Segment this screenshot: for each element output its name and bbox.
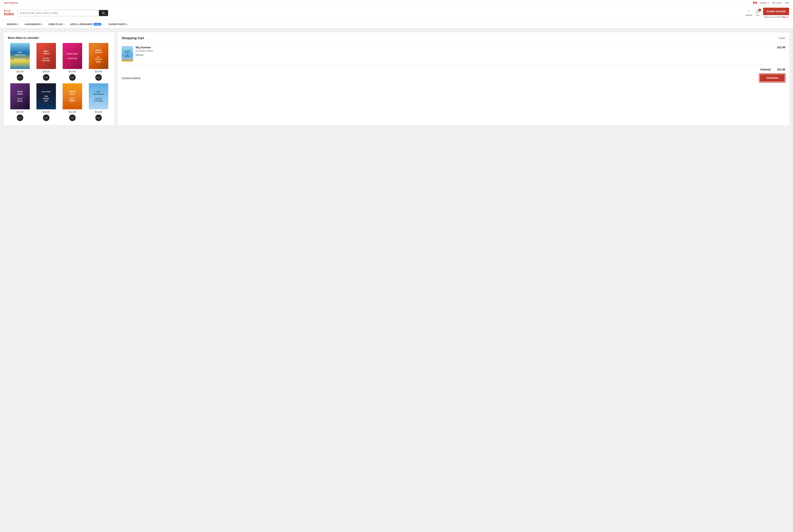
cart-title: Shopping Cart: [122, 36, 144, 40]
book-cover-troubles[interactable]: ElinHilderbrandTroublesin Paradise: [89, 83, 108, 109]
book-price-guestlist: $14.99: [43, 111, 50, 113]
add-to-cart-lies[interactable]: +🛒: [43, 74, 50, 81]
chevron-down-icon: ▾: [127, 23, 128, 25]
heart-icon: ♡: [747, 10, 751, 14]
book-item-lies: EMILYGIFFINthe liesthat bind $16.99 +🛒: [34, 43, 58, 81]
book-item-beachread: BEACHREADEMILYHENRY $11.99 +🛒: [60, 83, 84, 121]
left-panel: More titles to consider ElinHilderbrand2…: [4, 32, 115, 125]
nav-apps-label: APPS & eREADERS: [70, 23, 93, 25]
cart-item-price: $13.99: [777, 46, 785, 49]
plus-cart-icon: +🛒: [18, 116, 22, 119]
book-cover-28summers[interactable]: ElinHilderbrand28 Summers: [10, 43, 30, 69]
nav-item-ebooks[interactable]: eBOOKS ▾: [4, 20, 22, 28]
book-price-sexvanity: $16.99: [16, 111, 23, 113]
checkout-button[interactable]: Checkout: [759, 74, 785, 82]
gift-cards-link[interactable]: Gift Cards: [772, 2, 781, 4]
book-cover-grownups[interactable]: marian keyesGrown Ups: [63, 43, 82, 69]
book-item-troubles: ElinHilderbrandTroublesin Paradise $18.9…: [86, 83, 111, 121]
nav-ebooks-label: eBOOKS: [7, 23, 17, 25]
book-item-alladults: EMMASTRAUBALLADULTSHERE $16.99 +🛒: [86, 43, 111, 81]
sign-in-link[interactable]: Sign in: [781, 16, 789, 18]
have-account-text: Have an account?: [764, 16, 781, 18]
header: Rakuten kobo ♡ Wishlist 🛒 1 Cart Create …: [0, 6, 793, 20]
sign-in-section: Have an account? Sign in: [763, 16, 789, 18]
subtotal-value: $13.99: [777, 68, 785, 71]
nav-audiobooks-label: AUDIOBOOKS: [25, 23, 41, 25]
help-link[interactable]: Help: [785, 2, 789, 4]
top-bar: Earn Rewards 🇨🇦 English ▾ Gift Cards Hel…: [0, 0, 793, 6]
logo-kobo: kobo: [4, 12, 14, 16]
cart-item-author: by Jennifer Weiner: [136, 50, 775, 52]
section-title: More titles to consider: [8, 36, 111, 40]
cart-badge: 1: [758, 8, 761, 12]
search-icon: [102, 12, 105, 15]
canada-flag-icon: 🇨🇦: [753, 1, 757, 4]
book-price-28summers: $18.99: [16, 70, 23, 73]
header-actions: ♡ Wishlist 🛒 1 Cart Create account Have …: [746, 8, 789, 18]
book-price-beachread: $11.99: [69, 111, 76, 113]
chevron-down-icon: ▾: [102, 23, 103, 25]
cart-item-title: Big Summer: [136, 46, 775, 49]
book-cover-alladults[interactable]: EMMASTRAUBALLADULTSHERE: [89, 43, 108, 69]
plus-cart-icon: +🛒: [70, 116, 75, 119]
add-to-cart-beachread[interactable]: +🛒: [69, 115, 76, 121]
nav-item-koboplus[interactable]: KOBO PLUS ▾: [46, 20, 67, 28]
wishlist-label: Wishlist: [746, 14, 752, 16]
main-content: More titles to consider ElinHilderbrand2…: [0, 28, 793, 129]
cart-item-details: Big Summer by Jennifer Weiner Remove: [136, 46, 775, 56]
language-label: English: [760, 2, 767, 4]
book-price-troubles: $18.99: [95, 111, 102, 113]
search-button[interactable]: [99, 10, 108, 16]
subtotal-label: Subtotal: [760, 68, 771, 71]
books-grid: ElinHilderbrand28 Summers $18.99 +🛒 EMIL…: [8, 43, 111, 121]
language-selector[interactable]: English ▾: [760, 2, 769, 4]
book-item-guestlist: Lucy FoleyTHEGUESTLIST $14.99 +🛒: [34, 83, 58, 121]
chevron-down-icon: ▾: [63, 23, 64, 25]
cart-label: Cart: [756, 14, 760, 16]
plus-cart-icon: +🛒: [96, 116, 101, 119]
chevron-down-icon: ▾: [42, 23, 43, 25]
cart-actions: Continue shopping Checkout: [122, 74, 785, 82]
book-price-grownups: $14.99: [69, 70, 76, 73]
book-cover-beachread[interactable]: BEACHREADEMILYHENRY: [63, 83, 82, 109]
nav-item-audiobooks[interactable]: AUDIOBOOKS ▾: [22, 20, 46, 28]
add-to-cart-sexvanity[interactable]: +🛒: [17, 115, 23, 121]
add-to-cart-28summers[interactable]: +🛒: [17, 74, 23, 81]
cart-subtotal: Subtotal $13.99: [122, 65, 785, 71]
book-item-28summers: ElinHilderbrand28 Summers $18.99 +🛒: [8, 43, 32, 81]
nav-superpoints-label: SUPER POINTS: [109, 23, 126, 25]
book-item-grownups: marian keyesGrown Ups $14.99 +🛒: [60, 43, 84, 81]
add-to-cart-grownups[interactable]: +🛒: [69, 74, 76, 81]
book-item-sexvanity: KEVINKWANSex &Vanity $16.99 +🛒: [8, 83, 32, 121]
search-bar: [17, 10, 108, 16]
account-section: Create account Have an account? Sign in: [763, 8, 789, 18]
plus-cart-icon: +🛒: [44, 116, 49, 119]
book-price-alladults: $16.99: [95, 70, 102, 73]
nav-koboplus-label: KOBO PLUS: [49, 23, 63, 25]
nav-item-apps[interactable]: APPS & eREADERS SALE ▾: [67, 20, 106, 28]
book-cover-sexvanity[interactable]: KEVINKWANSex &Vanity: [10, 83, 30, 109]
nav-item-superpoints[interactable]: SUPER POINTS ▾: [106, 20, 131, 28]
cart-count: 1 item: [778, 37, 785, 40]
create-account-button[interactable]: Create account: [763, 8, 789, 15]
cart-item-remove-button[interactable]: Remove: [136, 54, 143, 56]
plus-cart-icon: +🛒: [96, 76, 101, 79]
wishlist-button[interactable]: ♡ Wishlist: [746, 10, 752, 16]
book-cover-guestlist[interactable]: Lucy FoleyTHEGUESTLIST: [36, 83, 56, 109]
search-input[interactable]: [18, 10, 99, 16]
add-to-cart-alladults[interactable]: +🛒: [95, 74, 102, 81]
book-cover-lies[interactable]: EMILYGIFFINthe liesthat bind: [36, 43, 56, 69]
plus-cart-icon: +🛒: [44, 76, 49, 79]
cart-book-cover-img: JenniferWeinerBigSummer: [122, 46, 133, 61]
add-to-cart-guestlist[interactable]: +🛒: [43, 115, 50, 121]
add-to-cart-troubles[interactable]: +🛒: [95, 115, 102, 121]
cart-icon-wrap: 🛒 1: [755, 10, 760, 14]
book-price-lies: $16.99: [43, 70, 50, 73]
cart-book-cover: JenniferWeinerBigSummer: [122, 46, 133, 61]
continue-shopping-button[interactable]: Continue shopping: [122, 77, 141, 79]
logo[interactable]: Rakuten kobo: [4, 10, 14, 16]
sale-badge: SALE: [94, 23, 101, 25]
chevron-down-icon: ▾: [18, 23, 19, 25]
cart-button[interactable]: 🛒 1 Cart: [755, 10, 760, 16]
cart-header: Shopping Cart 1 item: [122, 36, 785, 43]
